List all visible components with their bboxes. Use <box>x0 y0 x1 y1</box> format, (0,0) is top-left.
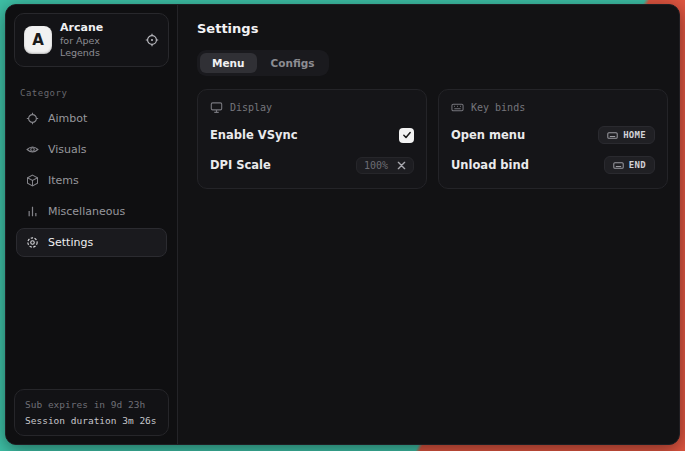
display-card-header: Display <box>210 101 414 114</box>
unload-keybind-button[interactable]: END <box>604 156 655 174</box>
unload-bind-label: Unload bind <box>451 158 529 172</box>
open-menu-keybind-button[interactable]: HOME <box>598 126 655 144</box>
sidebar-item-settings[interactable]: Settings <box>16 228 167 257</box>
keyboard-icon <box>451 101 464 114</box>
sub-expires-text: Sub expires in 9d 23h <box>25 399 158 410</box>
tab-configs[interactable]: Configs <box>259 53 327 73</box>
eye-icon <box>26 143 39 156</box>
crosshair-icon <box>26 112 39 125</box>
unload-key: END <box>629 160 646 170</box>
dpi-scale-value: 100% <box>364 160 388 171</box>
display-card: Display Enable VSync DPI Scale 100% <box>197 89 427 189</box>
dpi-scale-row: DPI Scale 100% <box>210 156 414 174</box>
sidebar-item-items[interactable]: Items <box>16 166 167 195</box>
sidebar-item-label: Visuals <box>48 143 87 156</box>
page-title: Settings <box>197 21 668 36</box>
sidebar-item-label: Aimbot <box>48 112 87 125</box>
sidebar-item-label: Items <box>48 174 79 187</box>
brand-logo: A <box>24 26 52 54</box>
keybinds-card-title: Key binds <box>471 102 525 113</box>
dpi-scale-label: DPI Scale <box>210 158 271 172</box>
brand-text: Arcane for Apex Legends <box>60 21 137 59</box>
keybinds-card-header: Key binds <box>451 101 655 114</box>
sidebar-spacer <box>6 257 177 382</box>
sidebar-item-visuals[interactable]: Visuals <box>16 135 167 164</box>
clear-icon[interactable] <box>397 161 406 170</box>
app-window: A Arcane for Apex Legends Category <box>5 4 680 445</box>
sidebar-item-miscellaneous[interactable]: Miscellaneous <box>16 197 167 226</box>
gear-icon <box>26 236 39 249</box>
brand-card: A Arcane for Apex Legends <box>14 13 169 67</box>
package-icon <box>26 174 39 187</box>
keybinds-card: Key binds Open menu HOME Unload bin <box>438 89 668 189</box>
sidebar-item-label: Miscellaneous <box>48 205 125 218</box>
brand-subtitle: for Apex Legends <box>60 35 137 59</box>
category-nav: Aimbot Visuals Items <box>6 104 177 257</box>
keyboard-icon <box>613 160 624 171</box>
open-menu-key: HOME <box>623 130 646 140</box>
settings-cards: Display Enable VSync DPI Scale 100% <box>197 89 668 189</box>
category-label: Category <box>20 88 163 98</box>
vsync-label: Enable VSync <box>210 128 297 142</box>
vsync-row: Enable VSync <box>210 126 414 144</box>
subscription-info-card: Sub expires in 9d 23h Session duration 3… <box>14 389 169 436</box>
open-menu-row: Open menu HOME <box>451 126 655 144</box>
sidebar: A Arcane for Apex Legends Category <box>6 5 178 444</box>
main-panel: Settings Menu Configs Display Enable VSy… <box>178 5 679 444</box>
sidebar-item-aimbot[interactable]: Aimbot <box>16 104 167 133</box>
target-icon <box>145 33 159 47</box>
vsync-checkbox[interactable] <box>399 128 414 143</box>
open-menu-label: Open menu <box>451 128 525 142</box>
sidebar-item-label: Settings <box>48 236 93 249</box>
settings-tabs: Menu Configs <box>197 50 329 76</box>
display-card-title: Display <box>230 102 272 113</box>
dpi-scale-input[interactable]: 100% <box>356 157 414 174</box>
keyboard-icon <box>607 130 618 141</box>
brand-name: Arcane <box>60 21 137 35</box>
tab-menu[interactable]: Menu <box>200 53 257 73</box>
bars-icon <box>26 205 39 218</box>
check-icon <box>402 130 412 140</box>
session-duration-text: Session duration 3m 26s <box>25 415 158 426</box>
monitor-icon <box>210 101 223 114</box>
unload-bind-row: Unload bind END <box>451 156 655 174</box>
